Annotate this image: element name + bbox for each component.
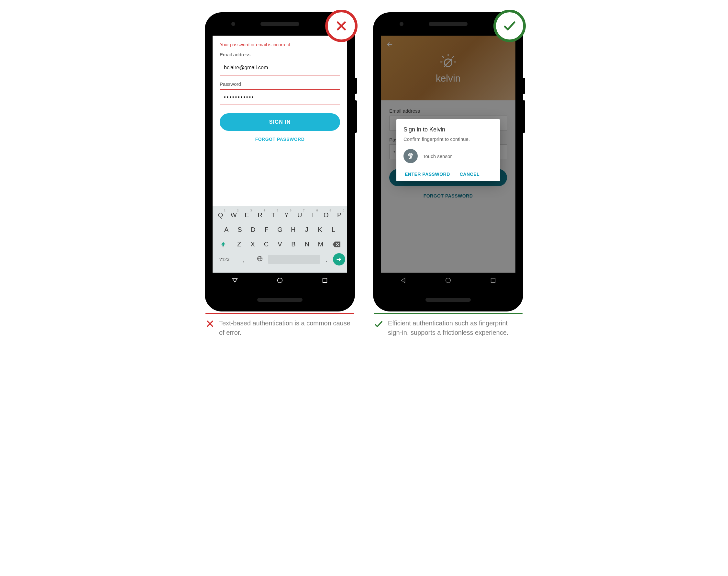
check-icon (503, 19, 517, 33)
password-label: Password (220, 81, 340, 87)
key-c[interactable]: C (260, 239, 272, 250)
dialog-title: Sign in to Kelvin (403, 126, 493, 133)
svg-rect-11 (323, 279, 327, 283)
key-f[interactable]: F (261, 224, 272, 235)
email-input[interactable] (220, 60, 340, 76)
overview-icon[interactable] (321, 277, 328, 284)
x-icon (206, 319, 214, 328)
side-button (522, 100, 525, 133)
backspace-icon (333, 241, 340, 248)
camera-dot (400, 22, 403, 26)
svg-marker-9 (233, 279, 238, 282)
go-key[interactable] (333, 253, 345, 265)
dialog-subtitle: Confirm fingerprint to continue. (403, 136, 493, 142)
key-n[interactable]: N (301, 239, 313, 250)
caption-text-dont: Text-based authentication is a common ca… (219, 319, 354, 337)
backspace-key[interactable] (328, 239, 345, 250)
key-l[interactable]: L (328, 224, 339, 235)
svg-rect-2 (222, 247, 224, 247)
screen-right: kelvin Email address Password SIGN IN FO… (381, 36, 515, 288)
back-icon[interactable] (231, 277, 239, 284)
key-z[interactable]: Z (233, 239, 245, 250)
key-g[interactable]: G (274, 224, 286, 235)
fingerprint-icon (406, 152, 415, 160)
nav-bar (213, 272, 347, 288)
dialog-actions: ENTER PASSWORD CANCEL (403, 172, 493, 177)
example-dont: Your password or email is incorrect Emai… (206, 13, 354, 337)
soft-keyboard[interactable]: 1Q 2W 3E 4R 5T 6Y 7U 8I 9O 0P A S (213, 206, 347, 272)
caption-bar-dont (206, 313, 354, 314)
badge-dont (325, 10, 358, 42)
caption-dont: Text-based authentication is a common ca… (206, 319, 354, 337)
password-input[interactable] (220, 89, 340, 105)
comma-key[interactable]: , (236, 254, 252, 265)
camera-dot (231, 22, 235, 26)
key-y[interactable]: 6Y (280, 209, 293, 221)
keyboard-row-2: A S D F G H J K L (214, 224, 345, 235)
side-button (354, 78, 357, 94)
keyboard-row-4: ?123 , . (214, 253, 345, 265)
caption-bar-do (374, 313, 522, 314)
key-t[interactable]: 5T (267, 209, 279, 221)
side-button (354, 100, 357, 133)
keyboard-row-3: Z X C V B N M (214, 239, 345, 250)
cancel-button[interactable]: CANCEL (460, 172, 480, 177)
keyboard-row-1: 1Q 2W 3E 4R 5T 6Y 7U 8I 9O 0P (214, 209, 345, 221)
key-u[interactable]: 7U (294, 209, 306, 221)
enter-password-button[interactable]: ENTER PASSWORD (405, 172, 450, 177)
shift-key[interactable] (214, 239, 232, 250)
phone-wrap-left: Your password or email is incorrect Emai… (206, 13, 354, 311)
x-icon (334, 19, 348, 33)
language-key[interactable] (253, 254, 267, 265)
key-v[interactable]: V (274, 239, 286, 250)
badge-do (493, 10, 526, 42)
key-p[interactable]: 0P (333, 209, 345, 221)
signin-button[interactable]: SIGN IN (220, 113, 340, 131)
key-j[interactable]: J (301, 224, 312, 235)
arrow-right-icon (336, 256, 342, 263)
key-a[interactable]: A (220, 224, 232, 235)
key-x[interactable]: X (247, 239, 259, 250)
spacebar[interactable] (268, 255, 321, 264)
forgot-password-link[interactable]: FORGOT PASSWORD (220, 137, 340, 142)
error-message: Your password or email is incorrect (220, 42, 340, 47)
key-d[interactable]: D (247, 224, 259, 235)
example-do: kelvin Email address Password SIGN IN FO… (374, 13, 522, 337)
symbols-key[interactable]: ?123 (214, 255, 234, 264)
key-i[interactable]: 8I (307, 209, 319, 221)
caption-text-do: Efficient authentication such as fingerp… (388, 319, 522, 337)
caption-do: Efficient authentication such as fingerp… (374, 319, 522, 337)
phone-frame-left: Your password or email is incorrect Emai… (206, 13, 354, 311)
home-icon[interactable] (276, 277, 283, 284)
key-b[interactable]: B (287, 239, 300, 250)
touch-sensor-label: Touch sensor (423, 153, 452, 159)
period-key[interactable]: . (322, 254, 332, 265)
globe-icon (256, 256, 263, 262)
key-h[interactable]: H (287, 224, 299, 235)
check-icon (374, 319, 384, 329)
key-e[interactable]: 3E (241, 209, 253, 221)
phone-wrap-right: kelvin Email address Password SIGN IN FO… (374, 13, 522, 311)
screen-left: Your password or email is incorrect Emai… (213, 36, 347, 288)
login-form: Your password or email is incorrect Emai… (213, 36, 347, 142)
key-m[interactable]: M (314, 239, 327, 250)
key-s[interactable]: S (234, 224, 246, 235)
email-label: Email address (220, 52, 340, 57)
key-q[interactable]: 1Q (214, 209, 226, 221)
shift-icon (220, 241, 226, 248)
fingerprint-icon-circle (403, 149, 418, 163)
fingerprint-row: Touch sensor (403, 149, 493, 163)
side-button (522, 78, 525, 94)
phone-frame-right: kelvin Email address Password SIGN IN FO… (374, 13, 522, 311)
key-k[interactable]: K (314, 224, 326, 235)
key-r[interactable]: 4R (254, 209, 266, 221)
fingerprint-dialog: Sign in to Kelvin Confirm fingerprint to… (396, 119, 500, 181)
svg-point-10 (278, 278, 282, 283)
key-w[interactable]: 2W (228, 209, 240, 221)
key-o[interactable]: 9O (320, 209, 332, 221)
